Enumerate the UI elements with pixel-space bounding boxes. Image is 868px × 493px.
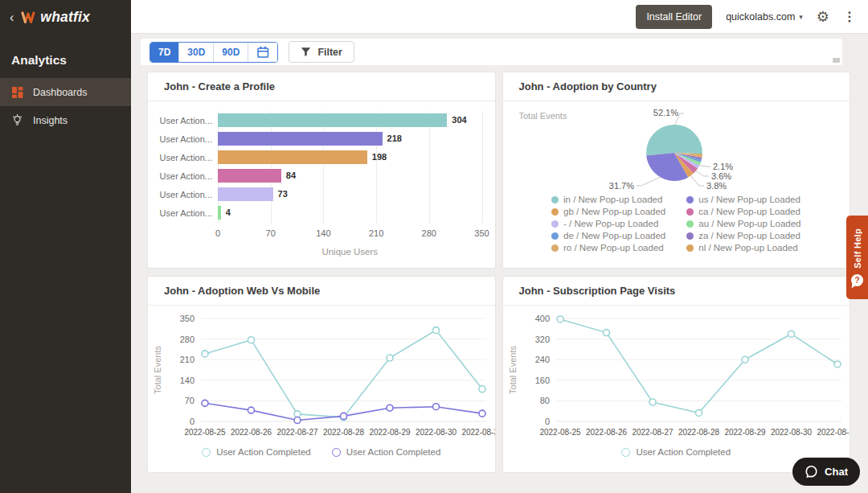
y-tick-label: 320 (534, 335, 549, 344)
x-tick-label: 2022-08-27 (632, 428, 674, 437)
x-tick-label: 70 (266, 228, 276, 238)
card-header: John - Create a Profile (148, 72, 495, 101)
legend-item[interactable]: de / New Pop-up Loaded (551, 231, 665, 240)
sidebar-item-insights[interactable]: Insights (0, 106, 131, 134)
legend-item[interactable]: us / New Pop-up Loaded (686, 195, 800, 204)
legend-item[interactable]: in / New Pop-up Loaded (551, 195, 665, 204)
pie-label-line (695, 170, 709, 176)
data-point (294, 411, 301, 417)
legend-item[interactable]: - / New Pop-up Loaded (551, 219, 665, 228)
x-tick-label: 2022-08-28 (678, 428, 719, 437)
filter-button[interactable]: Filter (289, 41, 354, 63)
data-point (557, 316, 563, 323)
data-point (248, 337, 255, 343)
legend-item[interactable]: nl / New Pop-up Loaded (686, 243, 800, 253)
range-7d-button[interactable]: 7D (150, 43, 178, 62)
calendar-icon (256, 46, 269, 59)
legend-dot (686, 244, 694, 252)
pie-percent-label: 2.1% (713, 162, 733, 171)
install-editor-button[interactable]: Install Editor (636, 5, 712, 29)
legend-item[interactable]: ca / New Pop-up Loaded (686, 207, 800, 216)
y-tick-label: 400 (534, 314, 549, 323)
filter-bar: 7D 30D 90D Filter (141, 39, 842, 65)
bar-category-label: User Action... (148, 208, 212, 218)
bar (218, 206, 221, 220)
data-point (649, 399, 656, 405)
data-point (742, 356, 748, 363)
gridline (323, 111, 324, 224)
legend-item[interactable]: au / New Pop-up Loaded (686, 219, 800, 228)
legend-dot (551, 220, 559, 228)
legend-item[interactable]: User Action Completed (621, 447, 731, 457)
y-tick-label: 240 (534, 355, 549, 364)
brand-name: whatfix (40, 9, 90, 26)
self-help-label: Self Help (853, 228, 862, 269)
account-switcher[interactable]: quickolabs.com ▾ (726, 11, 803, 23)
legend-dot (551, 232, 559, 240)
card-create-profile: John - Create a Profile 30421819884734Us… (147, 72, 496, 269)
sidebar-nav: Dashboards Insights (0, 78, 131, 134)
legend-dot (686, 232, 694, 240)
legend-item[interactable]: za / New Pop-up Loaded (686, 231, 800, 240)
data-point (788, 331, 794, 337)
legend-item[interactable]: ro / New Pop-up Loaded (551, 243, 665, 253)
date-range-group: 7D 30D 90D (149, 42, 278, 63)
whatfix-logo-mark-icon (19, 9, 39, 26)
calendar-button[interactable] (248, 43, 277, 62)
legend-dot (686, 220, 694, 228)
x-tick-label: 2022-08-31 (461, 428, 495, 437)
main-area: Install Editor quickolabs.com ▾ ⚙ ⋮ 7D 3… (131, 0, 868, 493)
range-90d-button[interactable]: 90D (213, 43, 248, 62)
pie-percent-label: 31.7% (608, 181, 633, 191)
y-tick-label: 80 (539, 396, 549, 405)
y-axis-title: Total Events (153, 346, 162, 394)
legend-item[interactable]: User Action Completed (202, 447, 311, 457)
x-tick-label: 140 (316, 228, 330, 238)
filter-button-label: Filter (317, 47, 342, 58)
pie-slice (646, 125, 702, 156)
sidebar-item-dashboards[interactable]: Dashboards (0, 78, 131, 106)
legend-item[interactable]: gb / New Pop-up Loaded (551, 207, 665, 216)
y-tick-label: 210 (180, 355, 194, 364)
y-tick-label: 350 (180, 314, 194, 323)
legend-label: ca / New Pop-up Loaded (698, 207, 800, 216)
dashboards-icon (11, 87, 23, 98)
legend-label: ro / New Pop-up Loaded (563, 243, 664, 253)
x-tick-label: 350 (474, 228, 489, 238)
x-axis: 070140210280350 (218, 228, 482, 240)
collapse-sidebar-button[interactable]: ‹ (10, 11, 14, 24)
legend-item[interactable]: User Action Completed (332, 447, 441, 457)
chart-title: John - Adoption by Country (519, 80, 657, 92)
data-point (479, 386, 485, 392)
settings-gear-icon[interactable]: ⚙ (817, 10, 829, 24)
legend-dot (551, 196, 559, 203)
line-legend: User Action CompletedUser Action Complet… (148, 447, 495, 457)
gridline (429, 111, 430, 224)
line-plot: 080160240320400Total Events2022-08-25202… (503, 306, 851, 444)
bar-value-label: 84 (286, 170, 296, 180)
legend-label: User Action Completed (216, 447, 311, 457)
x-tick-label: 280 (422, 228, 436, 238)
chat-button[interactable]: Chat (792, 458, 860, 486)
bar-category-label: User Action... (148, 134, 212, 144)
data-point (202, 400, 208, 406)
range-30d-button[interactable]: 30D (178, 43, 213, 62)
x-tick-label: 2022-08-25 (539, 428, 581, 437)
kebab-menu-icon[interactable]: ⋮ (843, 9, 856, 24)
pie-chart: Total Events52.1%31.7%2.1%3.6%3.8%in / N… (503, 101, 850, 268)
x-tick-label: 0 (215, 228, 220, 238)
bar-category-label: User Action... (148, 190, 212, 199)
legend-label: - / New Pop-up Loaded (563, 219, 658, 228)
whatfix-logo: whatfix (19, 9, 90, 26)
chart-title: John - Create a Profile (164, 80, 275, 92)
bar-value-label: 304 (452, 115, 466, 125)
sidebar-header: ‹ whatfix (0, 0, 131, 33)
scrollbar-thumb[interactable] (833, 58, 840, 63)
data-point (387, 405, 393, 411)
gridline (376, 111, 377, 224)
question-bubble-icon: ? (851, 274, 863, 286)
legend-label: User Action Completed (636, 447, 731, 457)
line-chart: 080160240320400Total Events2022-08-25202… (503, 306, 850, 472)
data-point (479, 410, 485, 417)
self-help-tab[interactable]: Self Help ? (846, 216, 868, 299)
